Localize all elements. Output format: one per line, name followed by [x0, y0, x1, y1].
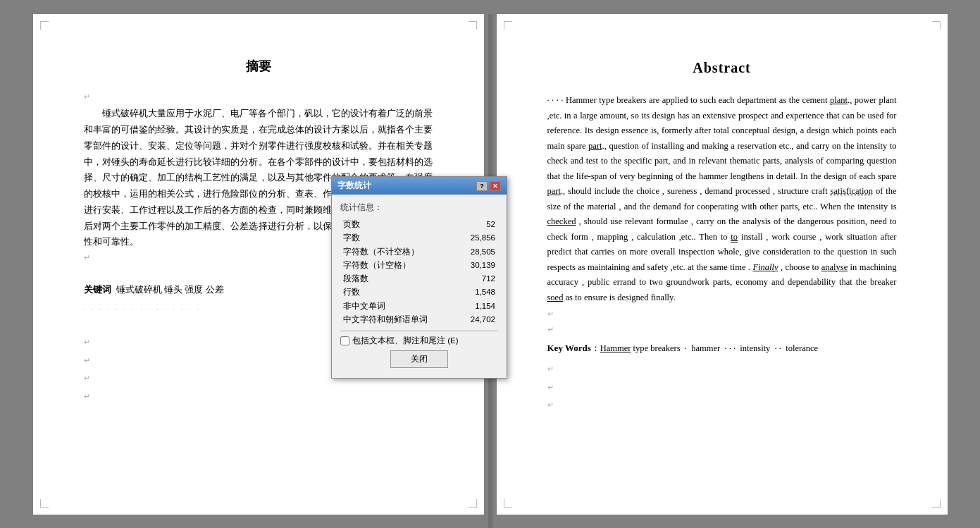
stat-value: 24,702 [458, 313, 498, 326]
table-row: 中文字符和朝鲜语单词24,702 [340, 313, 498, 326]
corner-bl [40, 499, 49, 508]
keywords-en-text: ：Hammer type breakers · hammer · · · int… [591, 343, 818, 353]
stat-label: 行数 [340, 286, 458, 299]
stat-value: 1,154 [458, 300, 498, 313]
dialog-titlebar: 字数统计 ? ✕ [332, 177, 507, 195]
corner-tl-right [504, 21, 512, 30]
dialog-titlebar-buttons: ? ✕ [476, 181, 501, 191]
table-row: 非中文单词1,154 [340, 300, 498, 313]
table-row: 字符数（计空格）30,139 [340, 259, 498, 272]
keywords-en-label: Key Words [547, 343, 591, 353]
corner-br [469, 499, 477, 508]
keywords-content: 锤式破碎机 锤头 强度 公差 [116, 284, 224, 295]
corner-br-right [932, 499, 941, 508]
stat-value: 25,856 [458, 231, 498, 245]
stat-value: 28,505 [458, 245, 498, 259]
pages-container: 摘要 ↵ 锤式破碎机大量应用于水泥厂、电厂等各个部门，矾以，它的设计有着广泛的前… [0, 0, 980, 528]
table-row: 段落数712 [340, 272, 498, 286]
corner-tl [40, 21, 49, 30]
stat-label: 字符数（不计空格） [340, 245, 458, 259]
keywords-text: 锤式破碎机 锤头 强度 公差 [116, 284, 224, 295]
en-paragraph: · · · · Hammer type breakers are applied… [547, 93, 897, 305]
pilcrow-en2: ↵ [547, 324, 897, 336]
corner-tr-right [932, 21, 941, 30]
pilcrow-en1: ↵ [547, 308, 897, 321]
keywords-en-line: Key Words：Hammer type breakers · hammer … [547, 341, 897, 356]
dialog-help-button[interactable]: ? [476, 181, 488, 191]
include-checkbox-label[interactable]: 包括文本框、脚注和尾注 (E) [352, 336, 459, 346]
stat-label: 中文字符和朝鲜语单词 [340, 313, 458, 326]
stat-label: 段落数 [340, 272, 458, 286]
corner-tr [469, 21, 477, 30]
dialog-stats-table: 页数52字数25,856字符数（不计空格）28,505字符数（计空格）30,13… [340, 218, 498, 326]
checkbox-row[interactable]: 包括文本框、脚注和尾注 (E) [340, 336, 498, 346]
stat-label: 页数 [340, 218, 458, 231]
table-row: 页数52 [340, 218, 498, 231]
stat-label: 非中文单词 [340, 300, 458, 313]
stat-value: 712 [458, 272, 498, 286]
table-row: 字数25,856 [340, 231, 498, 245]
table-row: 行数1,548 [340, 286, 498, 299]
corner-bl-right [504, 499, 512, 508]
dialog-content: 统计信息： 页数52字数25,856字符数（不计空格）28,505字符数（计空格… [332, 195, 507, 378]
word-count-dialog[interactable]: 字数统计 ? ✕ 统计信息： 页数52字数25,856字符数（不计空格）28,5… [331, 176, 507, 379]
en-body-text: · · · · Hammer type breakers are applied… [547, 93, 897, 305]
stat-value: 52 [458, 218, 498, 231]
pilcrow-en5: ↵ [547, 399, 897, 412]
pilcrow-bottom4: ↵ [84, 391, 433, 403]
dialog-separator [340, 331, 498, 331]
include-checkbox[interactable] [340, 336, 349, 345]
right-page-title: Abstract [547, 56, 897, 79]
table-row: 字符数（不计空格）28,505 [340, 245, 498, 259]
stat-value: 30,139 [458, 259, 498, 272]
dialog-section-title: 统计信息： [340, 202, 498, 214]
pilcrow-en4: ↵ [547, 381, 897, 394]
dialog-close-x-button[interactable]: ✕ [490, 181, 501, 191]
left-page-title: 摘要 [84, 56, 433, 77]
stat-label: 字符数（计空格） [340, 259, 458, 272]
stat-label: 字数 [340, 231, 458, 245]
stat-value: 1,548 [458, 286, 498, 299]
right-page: Abstract · · · · Hammer type breakers ar… [497, 14, 948, 515]
dialog-title: 字数统计 [337, 180, 371, 192]
pilcrow-en3: ↵ [547, 363, 897, 376]
dialog-close-button[interactable]: 关闭 [390, 350, 448, 368]
pilcrow-top: ↵ [84, 91, 433, 104]
keywords-label: 关键词 [84, 284, 111, 295]
